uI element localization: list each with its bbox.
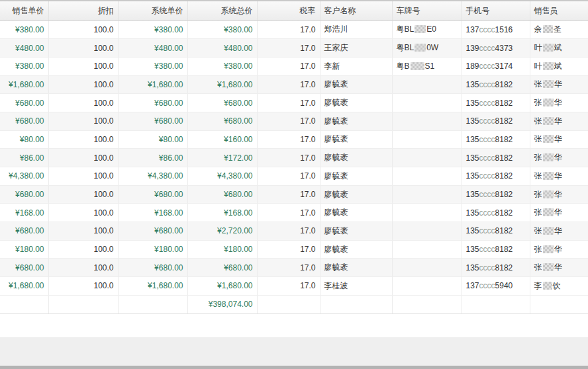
cell-plate[interactable] xyxy=(392,167,462,186)
grid-row[interactable]: ¥4,380.00100.0¥4,380.00¥4,380.0017.0廖毓袤1… xyxy=(0,167,588,186)
cell-unit_price[interactable]: ¥380.00 xyxy=(0,20,48,39)
cell-customer[interactable]: 廖毓袤 xyxy=(320,94,392,112)
cell-seller[interactable]: 张华 xyxy=(530,240,588,259)
header-cell-sys_total[interactable]: 系统总价 xyxy=(187,1,257,20)
cell-sys_total[interactable]: ¥680.00 xyxy=(187,112,257,130)
cell-phone[interactable]: 137cccc5940 xyxy=(462,277,530,296)
grid-row[interactable]: ¥380.00100.0¥380.00¥380.0017.0郑浩川粤BLE013… xyxy=(0,20,588,39)
cell-tax[interactable]: 17.0 xyxy=(257,57,320,75)
cell-sys_unit_price[interactable]: ¥480.00 xyxy=(118,39,187,58)
cell-unit_price[interactable]: ¥480.00 xyxy=(0,39,48,58)
cell-unit_price[interactable]: ¥680.00 xyxy=(0,112,48,130)
cell-tax[interactable]: 17.0 xyxy=(257,20,320,39)
cell-plate[interactable]: 粤BL0W xyxy=(392,39,462,58)
cell-sys_unit_price[interactable]: ¥680.00 xyxy=(118,222,187,241)
cell-tax[interactable]: 17.0 xyxy=(257,167,320,186)
cell-plate[interactable] xyxy=(392,222,462,241)
cell-phone[interactable]: 135cccc8182 xyxy=(462,185,530,204)
cell-plate[interactable]: 粤BS1 xyxy=(392,57,462,75)
cell-sys_total[interactable]: ¥680.00 xyxy=(187,94,257,112)
cell-tax[interactable]: 17.0 xyxy=(257,185,320,204)
cell-tax[interactable]: 17.0 xyxy=(257,94,320,112)
cell-sys_total[interactable]: ¥180.00 xyxy=(187,240,257,259)
cell-tax[interactable]: 17.0 xyxy=(257,149,320,167)
cell-seller[interactable]: 张华 xyxy=(530,167,588,186)
header-cell-phone[interactable]: 手机号 xyxy=(462,1,530,20)
cell-sys_unit_price[interactable]: ¥1,680.00 xyxy=(118,75,187,94)
cell-discount[interactable]: 100.0 xyxy=(48,222,118,241)
cell-discount[interactable]: 100.0 xyxy=(48,20,118,39)
cell-plate[interactable] xyxy=(392,94,462,112)
cell-discount[interactable]: 100.0 xyxy=(48,39,118,58)
cell-customer[interactable]: 王家庆 xyxy=(320,39,392,58)
cell-unit_price[interactable]: ¥680.00 xyxy=(0,222,48,241)
cell-seller[interactable]: 张华 xyxy=(530,130,588,149)
header-cell-sys_unit_price[interactable]: 系统单价 xyxy=(118,1,187,20)
cell-customer[interactable]: 廖毓袤 xyxy=(320,185,392,204)
cell-phone[interactable]: 135cccc8182 xyxy=(462,130,530,149)
cell-sys_total[interactable]: ¥380.00 xyxy=(187,57,257,75)
cell-sys_total[interactable]: ¥1,680.00 xyxy=(187,75,257,94)
cell-sys_total[interactable]: ¥480.00 xyxy=(187,39,257,58)
cell-tax[interactable]: 17.0 xyxy=(257,222,320,241)
cell-phone[interactable]: 135cccc8182 xyxy=(462,222,530,241)
cell-customer[interactable]: 廖毓袤 xyxy=(320,222,392,241)
header-cell-customer[interactable]: 客户名称 xyxy=(320,1,392,20)
cell-unit_price[interactable]: ¥86.00 xyxy=(0,149,48,167)
cell-unit_price[interactable]: ¥680.00 xyxy=(0,94,48,112)
grid-row[interactable]: ¥1,680.00100.0¥1,680.00¥1,680.0017.0李桂波1… xyxy=(0,277,588,296)
grid-row[interactable]: ¥180.00100.0¥180.00¥180.0017.0廖毓袤135cccc… xyxy=(0,240,588,259)
cell-unit_price[interactable]: ¥1,680.00 xyxy=(0,75,48,94)
cell-sys_unit_price[interactable]: ¥380.00 xyxy=(118,20,187,39)
grid-row[interactable]: ¥680.00100.0¥680.00¥680.0017.0廖毓袤135cccc… xyxy=(0,112,588,130)
cell-sys_unit_price[interactable]: ¥680.00 xyxy=(118,112,187,130)
cell-sys_total[interactable]: ¥172.00 xyxy=(187,149,257,167)
cell-discount[interactable]: 100.0 xyxy=(48,240,118,259)
cell-seller[interactable]: 张华 xyxy=(530,204,588,222)
cell-discount[interactable]: 100.0 xyxy=(48,75,118,94)
cell-discount[interactable]: 100.0 xyxy=(48,259,118,277)
cell-plate[interactable]: 粤BLE0 xyxy=(392,20,462,39)
cell-sys_unit_price[interactable]: ¥80.00 xyxy=(118,130,187,149)
cell-customer[interactable]: 廖毓袤 xyxy=(320,259,392,277)
grid-row[interactable]: ¥680.00100.0¥680.00¥680.0017.0廖毓袤135cccc… xyxy=(0,259,588,277)
cell-plate[interactable] xyxy=(392,240,462,259)
cell-customer[interactable]: 廖毓袤 xyxy=(320,130,392,149)
cell-customer[interactable]: 廖毓袤 xyxy=(320,75,392,94)
cell-tax[interactable]: 17.0 xyxy=(257,204,320,222)
grid-row[interactable]: ¥680.00100.0¥680.00¥680.0017.0廖毓袤135cccc… xyxy=(0,185,588,204)
cell-plate[interactable] xyxy=(392,277,462,296)
cell-unit_price[interactable]: ¥180.00 xyxy=(0,240,48,259)
grid-row[interactable]: ¥480.00100.0¥480.00¥480.0017.0王家庆粤BL0W13… xyxy=(0,39,588,58)
grid-row[interactable]: ¥86.00100.0¥86.00¥172.0017.0廖毓袤135cccc81… xyxy=(0,149,588,167)
cell-seller[interactable]: 张华 xyxy=(530,259,588,277)
grid-row[interactable]: ¥680.00100.0¥680.00¥680.0017.0廖毓袤135cccc… xyxy=(0,94,588,112)
cell-tax[interactable]: 17.0 xyxy=(257,259,320,277)
cell-discount[interactable]: 100.0 xyxy=(48,277,118,296)
cell-phone[interactable]: 135cccc8182 xyxy=(462,204,530,222)
cell-sys_unit_price[interactable]: ¥1,680.00 xyxy=(118,277,187,296)
cell-phone[interactable]: 135cccc8182 xyxy=(462,240,530,259)
cell-discount[interactable]: 100.0 xyxy=(48,57,118,75)
grid-row[interactable]: ¥80.00100.0¥80.00¥160.0017.0廖毓袤135cccc81… xyxy=(0,130,588,149)
cell-sys_unit_price[interactable]: ¥380.00 xyxy=(118,57,187,75)
cell-unit_price[interactable]: ¥680.00 xyxy=(0,185,48,204)
cell-customer[interactable]: 廖毓袤 xyxy=(320,204,392,222)
cell-phone[interactable]: 139cccc4373 xyxy=(462,39,530,58)
cell-plate[interactable] xyxy=(392,149,462,167)
cell-phone[interactable]: 135cccc8182 xyxy=(462,112,530,130)
cell-sys_unit_price[interactable]: ¥4,380.00 xyxy=(118,167,187,186)
cell-seller[interactable]: 张华 xyxy=(530,94,588,112)
cell-unit_price[interactable]: ¥680.00 xyxy=(0,259,48,277)
cell-plate[interactable] xyxy=(392,185,462,204)
cell-discount[interactable]: 100.0 xyxy=(48,130,118,149)
header-cell-seller[interactable]: 销售员 xyxy=(530,1,588,20)
cell-customer[interactable]: 廖毓袤 xyxy=(320,149,392,167)
cell-seller[interactable]: 叶斌 xyxy=(530,57,588,75)
cell-sys_unit_price[interactable]: ¥86.00 xyxy=(118,149,187,167)
cell-sys_unit_price[interactable]: ¥168.00 xyxy=(118,204,187,222)
cell-unit_price[interactable]: ¥4,380.00 xyxy=(0,167,48,186)
cell-seller[interactable]: 叶斌 xyxy=(530,39,588,58)
cell-sys_unit_price[interactable]: ¥680.00 xyxy=(118,185,187,204)
cell-phone[interactable]: 137cccc1516 xyxy=(462,20,530,39)
